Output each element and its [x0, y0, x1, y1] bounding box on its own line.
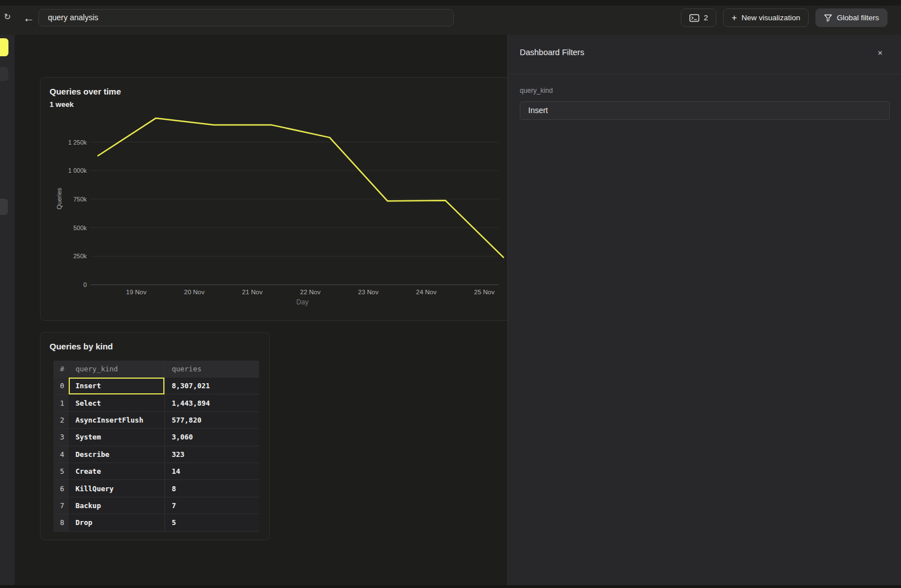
table-row: 2AsyncInsertFlush577,820: [53, 412, 259, 429]
column-header: queries: [164, 361, 259, 378]
queries-value-cell[interactable]: 8: [164, 480, 259, 497]
x-tick-label: 25 Nov: [467, 289, 501, 295]
table-row: 7Backup7: [53, 497, 259, 514]
app-window: ↻ ← query analysis 2 + New visualization: [0, 0, 901, 588]
global-filters-button[interactable]: Global filters: [815, 8, 887, 27]
plus-icon: +: [731, 13, 737, 23]
y-tick-label: 0: [53, 281, 87, 288]
queries-value-cell[interactable]: 8,307,021: [164, 378, 259, 394]
table-row: 6KillQuery8: [53, 480, 259, 497]
table-row: 4Describe323: [53, 446, 259, 463]
table-header-row: #query_kindqueries: [53, 361, 259, 378]
console-count: 2: [704, 14, 708, 22]
query-kind-cell[interactable]: Describe: [69, 446, 164, 463]
queries-value-cell[interactable]: 14: [164, 463, 259, 480]
queries-value-cell[interactable]: 3,060: [164, 429, 259, 446]
row-index-cell: 2: [53, 412, 69, 429]
table-row: 8Drop5: [53, 514, 259, 531]
row-index-cell: 7: [53, 497, 69, 514]
global-filters-label: Global filters: [837, 14, 879, 22]
console-count-button[interactable]: 2: [681, 8, 717, 27]
x-tick-label: 24 Nov: [409, 289, 443, 295]
window-bottom-strip: [0, 585, 901, 588]
line-chart: [41, 78, 511, 320]
queries-value-cell[interactable]: 323: [164, 446, 259, 463]
query-kind-cell[interactable]: Backup: [69, 497, 164, 514]
x-axis-title: Day: [286, 298, 319, 306]
queries-table: #query_kindqueries0Insert8,307,0211Selec…: [53, 361, 259, 532]
y-tick-label: 750k: [53, 196, 87, 203]
query-kind-cell[interactable]: Create: [69, 463, 164, 480]
series-line: [98, 118, 503, 257]
x-tick-label: 23 Nov: [351, 289, 385, 295]
column-header: #: [53, 361, 69, 378]
query-kind-cell[interactable]: Select: [69, 394, 164, 411]
close-icon[interactable]: ×: [875, 47, 886, 58]
query-kind-cell[interactable]: Insert: [69, 378, 164, 394]
filter-funnel-icon: [824, 14, 832, 22]
queries-value-cell[interactable]: 7: [164, 497, 259, 514]
left-sidebar: [0, 35, 15, 585]
query-kind-cell[interactable]: Drop: [69, 514, 164, 531]
new-visualization-label: New visualization: [742, 14, 800, 22]
row-index-cell: 1: [53, 394, 69, 411]
topbar-actions: 2 + New visualization Global filters: [681, 8, 887, 27]
dashboard-title-input[interactable]: query analysis: [38, 9, 454, 26]
x-tick-label: 22 Nov: [293, 289, 327, 295]
query-kind-cell[interactable]: AsyncInsertFlush: [69, 412, 164, 429]
row-index-cell: 0: [53, 378, 69, 394]
main-content: Queries over time 1 week Queries Day 1 2…: [15, 35, 507, 585]
sidebar-item-active[interactable]: [0, 38, 8, 56]
panel-divider: [508, 74, 901, 74]
chart-title: Queries over time: [50, 87, 121, 96]
dashboard-filters-panel: Dashboard Filters × query_kind Insert: [507, 35, 901, 585]
y-tick-label: 1 250k: [53, 139, 87, 146]
row-index-cell: 4: [53, 446, 69, 463]
queries-value-cell[interactable]: 5: [164, 514, 259, 531]
column-header: query_kind: [69, 361, 164, 378]
x-tick-label: 19 Nov: [119, 289, 153, 295]
y-tick-label: 1 000k: [53, 167, 87, 174]
y-tick-label: 500k: [53, 225, 87, 231]
row-index-cell: 8: [53, 514, 69, 531]
table-title: Queries by kind: [50, 342, 113, 351]
row-index-cell: 3: [53, 429, 69, 446]
queries-value-cell[interactable]: 1,443,894: [164, 394, 259, 411]
table-row: 0Insert8,307,021: [53, 378, 259, 394]
x-tick-label: 20 Nov: [177, 289, 211, 295]
queries-over-time-card: Queries over time 1 week Queries Day 1 2…: [40, 77, 512, 321]
back-button[interactable]: ←: [21, 11, 36, 25]
query-kind-filter-input[interactable]: Insert: [520, 101, 890, 120]
chart-subtitle: 1 week: [50, 100, 74, 109]
filters-panel-title: Dashboard Filters: [520, 48, 584, 57]
table-row: 1Select1,443,894: [53, 394, 259, 411]
query-kind-cell[interactable]: KillQuery: [69, 480, 164, 497]
sidebar-item[interactable]: [0, 67, 8, 81]
queries-value-cell[interactable]: 577,820: [164, 412, 259, 429]
queries-by-kind-card: Queries by kind #query_kindqueries0Inser…: [40, 332, 270, 540]
row-index-cell: 5: [53, 463, 69, 480]
topbar: ↻ ← query analysis 2 + New visualization: [0, 6, 901, 35]
filter-field-label: query_kind: [520, 87, 553, 95]
table-row: 5Create14: [53, 463, 259, 480]
row-index-cell: 6: [53, 480, 69, 497]
new-visualization-button[interactable]: + New visualization: [723, 8, 809, 27]
sidebar-item[interactable]: [0, 199, 8, 215]
table-row: 3System3,060: [53, 429, 259, 446]
y-tick-label: 250k: [53, 253, 87, 259]
window-top-strip: [0, 0, 901, 6]
refresh-icon[interactable]: ↻: [2, 11, 13, 23]
x-tick-label: 21 Nov: [235, 289, 269, 295]
console-icon: [689, 14, 699, 22]
query-kind-cell[interactable]: System: [69, 429, 164, 446]
